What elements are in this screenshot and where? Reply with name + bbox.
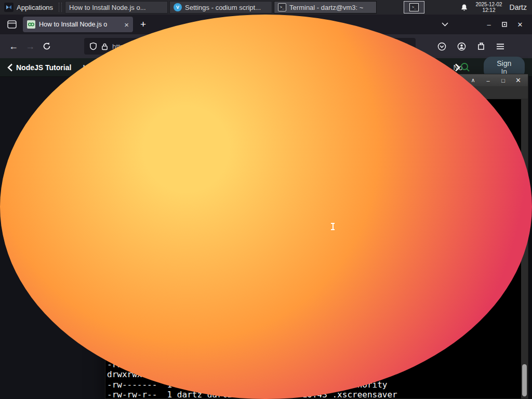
taskbar-window-button[interactable]: >_Terminal - dartz@vm3: ~ [274,1,377,14]
system-tray: 2025-12-02 12:12 Dartz [460,2,532,13]
desktop-panel: Applications How to Install Node.js o...… [0,0,532,15]
maximize-icon[interactable] [497,21,512,29]
tab-close-icon[interactable]: × [124,21,129,29]
taskbar-window-button[interactable]: How to Install Node.js o... [65,1,168,14]
applications-menu[interactable]: Applications [0,1,57,14]
reload-icon[interactable] [38,38,55,55]
firefox-view-icon[interactable] [4,18,20,31]
workspace-window-icon: >_ [409,3,419,11]
panel-date: 2025-12-02 [475,2,502,7]
window-controls: – ✕ [442,21,528,29]
panel-username: Dartz [510,3,527,11]
nav-chevron-right-icon[interactable] [455,63,460,72]
applications-menu-label: Applications [17,4,53,11]
terminal-minimize-icon[interactable]: – [482,77,494,84]
taskbar-window-button[interactable]: VSettings - codium script... [169,1,272,14]
terminal-maximize-icon[interactable]: □ [497,77,509,84]
panel-time: 12:12 [475,7,502,13]
notification-bell-icon[interactable] [460,4,468,11]
close-icon[interactable]: ✕ [512,21,528,29]
terminal-icon: >_ [278,3,286,11]
minimize-icon[interactable]: – [481,21,497,29]
new-tab-button[interactable]: + [140,19,146,30]
forward-icon[interactable]: → [22,38,38,55]
tab-title: How to Install Node.js o [39,21,121,28]
pocket-icon[interactable] [437,42,446,51]
panel-separator [59,3,62,12]
search-icon[interactable] [460,62,470,72]
panel-clock[interactable]: 2025-12-02 12:12 [475,2,502,13]
account-icon[interactable] [457,42,466,51]
taskbar-window-label: How to Install Node.js o... [69,4,145,11]
geeksforgeeks-favicon [27,20,35,29]
terminal-scrollbar-thumb[interactable] [522,364,527,396]
workspace-switcher[interactable]: >_ [404,1,424,14]
browser-tab[interactable]: How to Install Node.js o × [23,17,133,32]
nav-chevron-left-icon[interactable] [7,63,13,72]
taskbar-window-label: Settings - codium script... [185,4,261,11]
terminal-close-icon[interactable]: ✕ [512,76,524,84]
mouse-cursor [330,222,335,231]
vscodium-icon: V [174,3,182,11]
extensions-icon[interactable] [477,42,485,50]
back-icon[interactable]: ← [5,38,22,55]
taskbar-window-label: Terminal - dartz@vm3: ~ [289,4,363,11]
menu-icon[interactable] [496,43,504,50]
lock-icon[interactable] [101,43,108,50]
applications-menu-icon [4,3,14,12]
list-all-tabs-icon[interactable] [442,22,457,26]
taskbar-windows: How to Install Node.js o...VSettings - c… [63,1,377,14]
toolbar-icons [437,42,504,51]
site-nav-item[interactable]: NodeJS Tutorial [16,63,71,72]
shield-icon[interactable] [89,42,97,50]
